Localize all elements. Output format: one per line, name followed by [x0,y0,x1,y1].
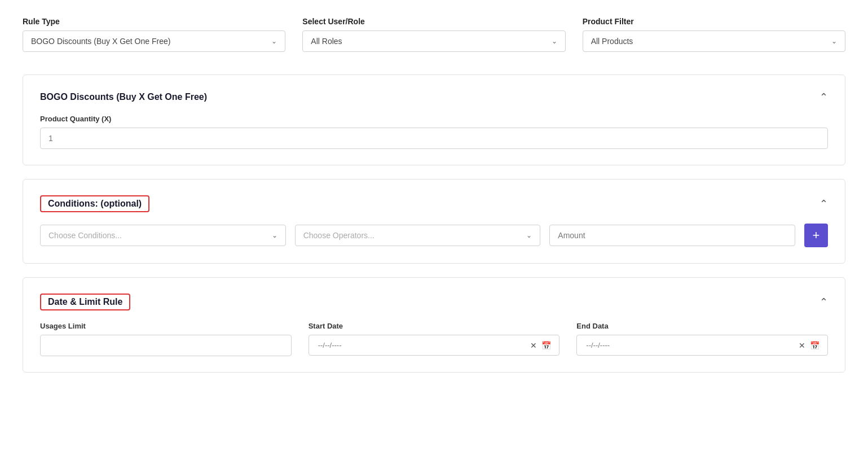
end-date-calendar-button[interactable]: 📅 [808,339,822,352]
user-role-filter: Select User/Role All Roles Admin Custome… [302,17,565,52]
bogo-quantity-field: Product Quantity (X) [40,115,828,149]
rule-type-select[interactable]: BOGO Discounts (Buy X Get One Free) Perc… [23,31,285,51]
choose-conditions-select[interactable]: Choose Conditions... [41,225,285,246]
rule-type-label: Rule Type [23,17,285,26]
product-filter-label: Product Filter [583,17,845,26]
conditions-collapse-button[interactable]: ⌃ [819,198,828,210]
amount-input[interactable] [549,225,795,246]
rule-type-filter: Rule Type BOGO Discounts (Buy X Get One … [23,17,285,52]
choose-operators-select[interactable]: Choose Operators... [296,225,540,246]
bogo-section-header: BOGO Discounts (Buy X Get One Free) ⌃ [40,91,828,103]
end-date-clear-button[interactable]: ✕ [796,339,808,352]
conditions-section: Conditions: (optional) ⌃ Choose Conditio… [23,179,845,264]
choose-conditions-wrapper[interactable]: Choose Conditions... ⌄ [40,225,286,246]
bogo-section-title: BOGO Discounts (Buy X Get One Free) [40,92,207,102]
date-limit-collapse-button[interactable]: ⌃ [819,296,828,308]
start-date-field: Start Date ✕ 📅 [309,322,560,356]
end-date-field: End Data ✕ 📅 [576,322,828,356]
product-filter-filter: Product Filter All Products Category A C… [583,17,845,52]
top-filters: Rule Type BOGO Discounts (Buy X Get One … [23,17,845,52]
bogo-quantity-label: Product Quantity (X) [40,115,828,123]
user-role-label: Select User/Role [302,17,565,26]
date-limit-section-title: Date & Limit Rule [40,294,130,310]
start-date-input[interactable] [315,335,528,355]
usages-limit-input[interactable] [40,335,292,356]
date-limit-grid: Usages Limit Start Date ✕ 📅 End Data ✕ 📅 [40,322,828,356]
date-limit-section-header: Date & Limit Rule ⌃ [40,294,828,310]
start-date-calendar-button[interactable]: 📅 [539,339,553,352]
start-date-wrapper: ✕ 📅 [309,335,560,356]
conditions-section-title: Conditions: (optional) [40,195,149,212]
usages-limit-label: Usages Limit [40,322,292,330]
conditions-section-header: Conditions: (optional) ⌃ [40,195,828,212]
user-role-select[interactable]: All Roles Admin Customer [303,31,565,51]
start-date-clear-button[interactable]: ✕ [528,339,539,352]
bogo-collapse-button[interactable]: ⌃ [819,91,828,103]
usages-limit-field: Usages Limit [40,322,292,356]
bogo-quantity-input[interactable] [40,128,828,149]
end-date-wrapper: ✕ 📅 [576,335,828,356]
rule-type-select-wrapper[interactable]: BOGO Discounts (Buy X Get One Free) Perc… [23,30,285,52]
start-date-label: Start Date [309,322,560,330]
conditions-row: Choose Conditions... ⌄ Choose Operators.… [40,224,828,247]
product-filter-select[interactable]: All Products Category A Category B [583,31,845,51]
date-limit-section: Date & Limit Rule ⌃ Usages Limit Start D… [23,277,845,373]
product-filter-select-wrapper[interactable]: All Products Category A Category B ⌄ [583,30,845,52]
end-date-input[interactable] [583,335,796,355]
bogo-section: BOGO Discounts (Buy X Get One Free) ⌃ Pr… [23,75,845,165]
user-role-select-wrapper[interactable]: All Roles Admin Customer ⌄ [302,30,565,52]
choose-operators-wrapper[interactable]: Choose Operators... ⌄ [295,225,541,246]
end-date-label: End Data [576,322,828,330]
add-condition-button[interactable]: + [804,224,828,247]
